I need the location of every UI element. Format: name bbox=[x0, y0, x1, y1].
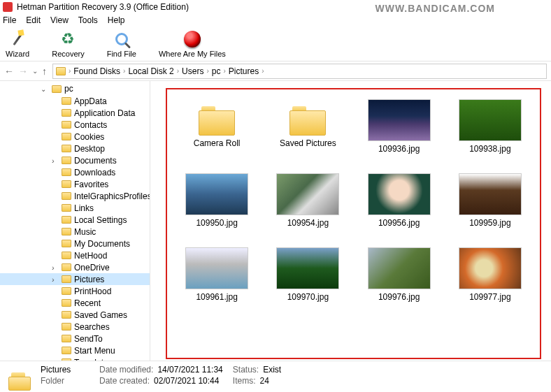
tree-item-label: Documents bbox=[74, 156, 117, 166]
chevron-down-icon[interactable]: ⌄ bbox=[41, 85, 49, 93]
folder-tree[interactable]: ⌄ pc AppDataApplication DataContactsCook… bbox=[0, 81, 150, 361]
breadcrumb-segment[interactable]: Local Disk 2 bbox=[128, 66, 173, 76]
menu-tools[interactable]: Tools bbox=[78, 15, 98, 25]
item-caption: 109936.jpg bbox=[378, 144, 420, 154]
file-item-109936-jpg[interactable]: 109936.jpg bbox=[357, 99, 442, 154]
window-title: Hetman Partition Recovery 3.9 (Office Ed… bbox=[17, 2, 189, 12]
selection-highlight: Camera RollSaved Pictures109936.jpg10993… bbox=[166, 88, 541, 359]
status-folder-icon bbox=[8, 365, 31, 385]
tree-item-printhood[interactable]: PrintHood bbox=[0, 285, 150, 297]
breadcrumb-segment[interactable]: pc bbox=[212, 66, 221, 76]
file-item-109938-jpg[interactable]: 109938.jpg bbox=[448, 99, 533, 154]
where-files-button[interactable]: Where Are My Files bbox=[159, 30, 226, 58]
tree-item-favorites[interactable]: Favorites bbox=[0, 178, 150, 190]
tree-item-pictures[interactable]: Pictures bbox=[0, 273, 150, 285]
thumbnail bbox=[368, 173, 431, 215]
folder-icon bbox=[62, 299, 71, 307]
status-bar: Pictures Folder Date modified:14/07/2021… bbox=[0, 361, 551, 389]
item-caption: 109977.jpg bbox=[469, 292, 510, 302]
tree-item-label: OneDrive bbox=[74, 263, 110, 273]
item-caption: 109976.jpg bbox=[378, 292, 420, 302]
wizard-button[interactable]: Wizard bbox=[6, 30, 29, 58]
chevron-right-icon: › bbox=[69, 67, 71, 75]
status-type: Folder bbox=[41, 376, 90, 386]
folder-icon bbox=[62, 133, 71, 140]
tree-item-links[interactable]: Links bbox=[0, 202, 150, 214]
chevron-right-icon: › bbox=[177, 67, 179, 75]
tree-item-application-data[interactable]: Application Data bbox=[0, 107, 150, 119]
folder-icon bbox=[62, 121, 71, 129]
file-item-109954-jpg[interactable]: 109954.jpg bbox=[265, 173, 350, 228]
menu-edit[interactable]: Edit bbox=[26, 15, 41, 25]
menu-help[interactable]: Help bbox=[108, 15, 125, 25]
tree-item-label: Contacts bbox=[74, 120, 107, 130]
nav-back-icon[interactable]: ← bbox=[4, 66, 14, 77]
file-item-109977-jpg[interactable]: 109977.jpg bbox=[448, 247, 533, 302]
item-caption: Saved Pictures bbox=[280, 138, 336, 148]
tree-item-sendto[interactable]: SendTo bbox=[0, 333, 150, 344]
folder-icon bbox=[62, 347, 71, 354]
nav-arrows: ← → ⌄ ↑ bbox=[4, 66, 47, 77]
recovery-label: Recovery bbox=[52, 50, 84, 58]
tree-item-intelgraphicsprofiles[interactable]: IntelGraphicsProfiles bbox=[0, 190, 150, 202]
tree-item-label: PrintHood bbox=[74, 286, 111, 296]
nav-forward-icon[interactable]: → bbox=[18, 66, 28, 77]
wizard-label: Wizard bbox=[6, 50, 29, 58]
status-created: 02/07/2021 10:44 bbox=[154, 376, 219, 386]
folder-icon bbox=[62, 240, 71, 247]
breadcrumb-segment[interactable]: Users bbox=[182, 66, 203, 76]
breadcrumb[interactable]: › Found Disks › Local Disk 2 › Users › p… bbox=[52, 64, 547, 79]
tree-item-desktop[interactable]: Desktop bbox=[0, 143, 150, 154]
file-item-109959-jpg[interactable]: 109959.jpg bbox=[448, 173, 533, 228]
breadcrumb-segment[interactable]: Found Disks bbox=[73, 66, 120, 76]
folder-icon bbox=[62, 97, 71, 105]
item-caption: 109938.jpg bbox=[469, 144, 510, 154]
tree-item-recent[interactable]: Recent bbox=[0, 297, 150, 309]
tree-item-my-documents[interactable]: My Documents bbox=[0, 238, 150, 249]
folder-item-saved-pictures[interactable]: Saved Pictures bbox=[265, 99, 350, 154]
folder-item-camera-roll[interactable]: Camera Roll bbox=[174, 99, 259, 154]
tree-item-downloads[interactable]: Downloads bbox=[0, 166, 150, 178]
thumbnail bbox=[368, 247, 431, 289]
tree-item-saved-games[interactable]: Saved Games bbox=[0, 309, 150, 321]
tree-item-label: AppData bbox=[74, 96, 107, 106]
chevron-right-icon: › bbox=[206, 67, 208, 75]
file-item-109956-jpg[interactable]: 109956.jpg bbox=[357, 173, 442, 228]
thumbnail bbox=[185, 173, 248, 215]
menu-file[interactable]: File bbox=[3, 15, 16, 25]
tree-item-music[interactable]: Music bbox=[0, 226, 150, 238]
tree-item-label: IntelGraphicsProfiles bbox=[74, 191, 150, 201]
toolbar: Wizard ♻ Recovery Find File Where Are My… bbox=[0, 27, 551, 61]
folder-icon bbox=[62, 145, 71, 152]
tree-item-nethood[interactable]: NetHood bbox=[0, 249, 150, 261]
file-item-109976-jpg[interactable]: 109976.jpg bbox=[357, 247, 442, 302]
nav-up-icon[interactable]: ↑ bbox=[42, 66, 47, 77]
item-caption: 109950.jpg bbox=[196, 218, 237, 228]
tree-item-cookies[interactable]: Cookies bbox=[0, 131, 150, 143]
tree-item-onedrive[interactable]: OneDrive bbox=[0, 261, 150, 273]
item-caption: Camera Roll bbox=[194, 138, 241, 148]
tree-item-appdata[interactable]: AppData bbox=[0, 95, 150, 107]
tree-item-local-settings[interactable]: Local Settings bbox=[0, 214, 150, 226]
item-caption: 109970.jpg bbox=[287, 292, 329, 302]
tree-item-start-menu[interactable]: Start Menu bbox=[0, 344, 150, 356]
tree-item-templates[interactable]: Templates bbox=[0, 356, 150, 361]
status-status: Exist bbox=[263, 365, 281, 375]
item-caption: 109959.jpg bbox=[469, 218, 510, 228]
nav-dropdown-icon[interactable]: ⌄ bbox=[32, 67, 38, 75]
menu-view[interactable]: View bbox=[50, 15, 69, 25]
file-item-109970-jpg[interactable]: 109970.jpg bbox=[265, 247, 350, 302]
tree-root[interactable]: ⌄ pc bbox=[0, 82, 150, 95]
file-item-109950-jpg[interactable]: 109950.jpg bbox=[174, 173, 259, 228]
recovery-button[interactable]: ♻ Recovery bbox=[52, 30, 84, 58]
find-file-button[interactable]: Find File bbox=[107, 30, 136, 58]
tree-item-contacts[interactable]: Contacts bbox=[0, 119, 150, 131]
breadcrumb-segment[interactable]: Pictures bbox=[229, 66, 259, 76]
thumbnail bbox=[459, 173, 522, 215]
file-item-109961-jpg[interactable]: 109961.jpg bbox=[174, 247, 259, 302]
menu-bar: File Edit View Tools Help bbox=[0, 14, 551, 27]
find-file-label: Find File bbox=[107, 50, 136, 58]
tree-item-searches[interactable]: Searches bbox=[0, 321, 150, 333]
main-area: ⌄ pc AppDataApplication DataContactsCook… bbox=[0, 81, 551, 361]
tree-item-documents[interactable]: Documents bbox=[0, 154, 150, 166]
